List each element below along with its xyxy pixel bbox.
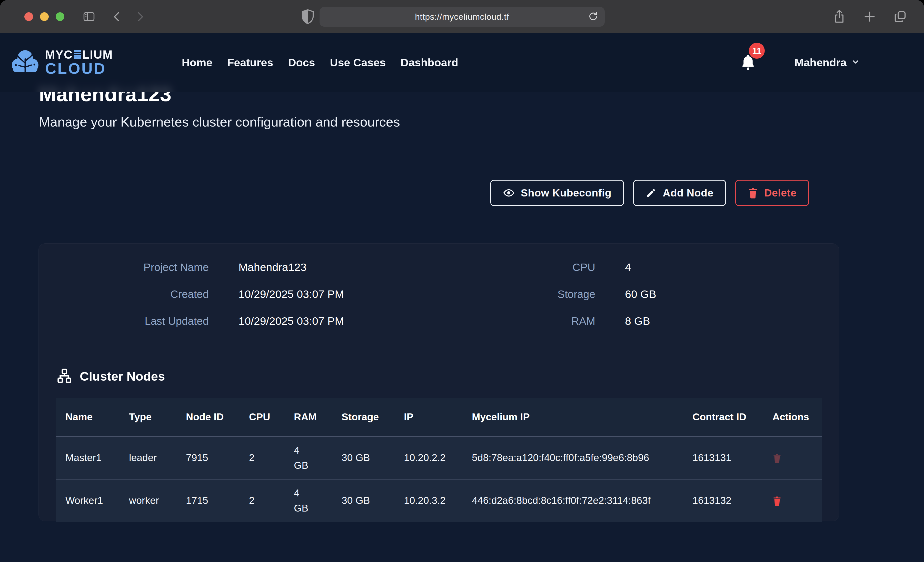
cluster-nodes-table: Name Type Node ID CPU RAM Storage IP Myc… [56, 398, 822, 522]
chevron-down-icon [851, 58, 860, 67]
reload-icon[interactable] [588, 11, 598, 23]
detail-row-created: Created 10/29/2025 03:07 PM [56, 281, 479, 308]
project-name-value: Mahendra123 [238, 261, 306, 274]
nav-links: Home Features Docs Use Cases Dashboard [182, 56, 458, 69]
url-text: https://myceliumcloud.tf [415, 12, 509, 22]
col-node-id: Node ID [177, 398, 240, 436]
top-navbar: MYCLIUM CLOUD Home Features Docs Use Cas… [0, 33, 924, 92]
page-subtitle: Manage your Kubernetes cluster configura… [39, 114, 400, 130]
nav-item-home[interactable]: Home [182, 56, 212, 69]
col-cpu: CPU [240, 398, 285, 436]
node-id: 7915 [177, 437, 240, 479]
chrome-right-icons [833, 0, 907, 33]
node-name: Worker1 [56, 480, 120, 522]
page-body: Mahendra123 MYCLIUM CLOUD Home Features … [0, 33, 924, 562]
notification-badge: 11 [749, 43, 765, 59]
zoom-window-button[interactable] [56, 12, 64, 21]
node-ip: 10.20.2.2 [394, 437, 463, 479]
node-mycelium-ip: 446:d2a6:8bcd:8c16:ff0f:72e2:3114:863f [463, 480, 683, 522]
mycelium-logo-icon [10, 48, 40, 77]
nav-item-features[interactable]: Features [227, 56, 273, 69]
traffic-lights [24, 12, 64, 21]
col-ram: RAM [285, 398, 332, 436]
cpu-value: 4 [625, 261, 631, 274]
table-row: Master1 leader 7915 2 4 GB 30 GB 10.20.2… [56, 436, 822, 479]
browser-window: https://myceliumcloud.tf Mahendra123 [0, 0, 924, 562]
detail-row-ram: RAM 8 GB [479, 308, 821, 335]
cluster-details-card: Project Name Mahendra123 Created 10/29/2… [39, 243, 839, 521]
user-name: Mahendra [795, 56, 846, 69]
brand-line-mycelium: MYCLIUM [45, 49, 113, 60]
delete-cluster-button[interactable]: Delete [735, 180, 809, 206]
network-nodes-icon [56, 368, 73, 385]
brand-line-cloud: CLOUD [45, 61, 113, 76]
show-kubeconfig-button[interactable]: Show Kubeconfig [490, 180, 624, 206]
table-header-row: Name Type Node ID CPU RAM Storage IP Myc… [56, 398, 822, 436]
col-name: Name [56, 398, 120, 436]
node-ip: 10.20.3.2 [394, 480, 463, 522]
delete-node-button[interactable] [772, 453, 782, 463]
close-window-button[interactable] [24, 12, 33, 21]
detail-row-storage: Storage 60 GB [479, 281, 821, 308]
tab-overview-icon[interactable] [893, 10, 907, 24]
nav-item-dashboard[interactable]: Dashboard [400, 56, 458, 69]
col-contract-id: Contract ID [683, 398, 763, 436]
add-node-button[interactable]: Add Node [633, 180, 726, 206]
storage-value: 60 GB [625, 288, 656, 300]
notifications-bell-icon[interactable]: 11 [740, 54, 756, 72]
node-mycelium-ip: 5d8:78ea:a120:f40c:ff0f:a5fe:99e6:8b96 [463, 437, 683, 479]
node-cpu: 2 [240, 437, 285, 479]
cluster-nodes-header: Cluster Nodes [56, 368, 165, 385]
cluster-actions: Show Kubeconfig Add Node Delete [490, 180, 809, 206]
privacy-shield-icon[interactable] [301, 9, 315, 25]
nav-item-use-cases[interactable]: Use Cases [330, 56, 386, 69]
browser-chrome: https://myceliumcloud.tf [0, 0, 924, 33]
trash-icon [748, 187, 758, 199]
ram-value: 8 GB [625, 315, 650, 327]
node-ram: 4 GB [285, 437, 332, 479]
address-bar[interactable]: https://myceliumcloud.tf [320, 7, 605, 27]
col-actions: Actions [763, 398, 822, 436]
cluster-summary: Project Name Mahendra123 Created 10/29/2… [56, 254, 821, 335]
sidebar-toggle-icon[interactable] [82, 10, 96, 23]
last-updated-value: 10/29/2025 03:07 PM [238, 315, 344, 327]
forward-icon[interactable] [134, 11, 146, 22]
created-value: 10/29/2025 03:07 PM [238, 288, 344, 300]
user-menu[interactable]: Mahendra [795, 56, 860, 69]
brand-logo[interactable]: MYCLIUM CLOUD [10, 48, 113, 77]
detail-row-cpu: CPU 4 [479, 254, 821, 281]
node-ram: 4 GB [285, 480, 332, 522]
brand-text: MYCLIUM CLOUD [45, 49, 113, 76]
minimize-window-button[interactable] [40, 12, 49, 21]
table-row: Worker1 worker 1715 2 4 GB 30 GB 10.20.3… [56, 479, 822, 522]
new-tab-icon[interactable] [863, 10, 876, 23]
node-name: Master1 [56, 437, 120, 479]
node-type: worker [120, 480, 177, 522]
share-icon[interactable] [833, 9, 846, 24]
col-mycelium-ip: Mycelium IP [463, 398, 683, 436]
detail-row-last-updated: Last Updated 10/29/2025 03:07 PM [56, 308, 479, 335]
stylized-e-glyph [74, 50, 81, 59]
col-storage: Storage [332, 398, 394, 436]
eye-icon [503, 187, 515, 199]
nav-right-group: 11 Mahendra [740, 54, 924, 72]
back-icon[interactable] [111, 11, 123, 22]
nav-item-docs[interactable]: Docs [288, 56, 315, 69]
pencil-icon [646, 187, 657, 198]
detail-row-project-name: Project Name Mahendra123 [56, 254, 479, 281]
col-type: Type [120, 398, 177, 436]
node-cpu: 2 [240, 480, 285, 522]
col-ip: IP [394, 398, 463, 436]
node-storage: 30 GB [332, 480, 394, 522]
node-contract-id: 1613132 [683, 480, 763, 522]
node-contract-id: 1613131 [683, 437, 763, 479]
node-storage: 30 GB [332, 437, 394, 479]
node-type: leader [120, 437, 177, 479]
node-id: 1715 [177, 480, 240, 522]
delete-node-button[interactable] [772, 496, 782, 506]
